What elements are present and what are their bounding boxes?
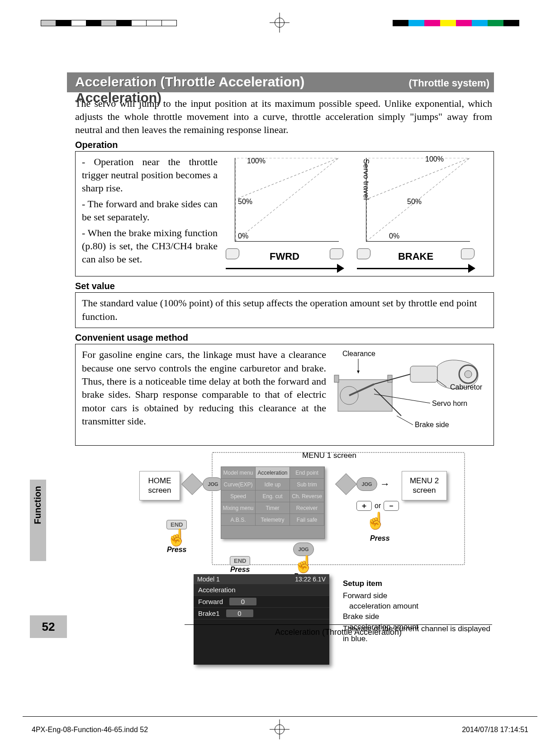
svg-rect-4 (334, 375, 339, 382)
svg-rect-10 (410, 366, 437, 382)
tick-label: 100% (425, 155, 444, 163)
clearance-label: Clearance (342, 350, 375, 357)
press-label: Press (167, 546, 187, 553)
panel-title: Acceleration (198, 586, 236, 594)
panel-time: 13:22 (295, 576, 311, 583)
minus-button[interactable]: － (384, 501, 399, 511)
svg-line-18 (397, 416, 413, 425)
operation-bullet: - When the brake mixing function (p.80) … (82, 226, 218, 266)
section-title: Acceleration (Throttle Acceleration) Acc… (75, 74, 304, 90)
operation-bullet: - The forward and brake sides can be set… (82, 197, 218, 224)
operation-text: - Operation near the throttle trigger ne… (82, 155, 218, 271)
pointing-hand-icon: ☝ (294, 555, 314, 573)
trigger-icon (330, 248, 343, 259)
tick-label: 100% (247, 157, 266, 165)
or-label: or (375, 502, 381, 510)
setup-line: Brake side (343, 612, 418, 622)
section-subtitle: (Throttle system) (409, 77, 489, 89)
plus-minus-group: ＋ or － (356, 501, 399, 511)
convenient-heading: Convenient usage method (75, 333, 494, 343)
footer-rule (23, 716, 537, 717)
end-press-left: END ☝ Press (166, 520, 187, 554)
fwrd-graph: 0% 50% 100% FWRD (226, 158, 343, 271)
page-number-tab: 52 (30, 615, 67, 638)
setup-line: acceleration amount (349, 601, 418, 612)
arrow-right-icon (226, 265, 343, 271)
menu2-screen-box: MENU 2 screen (402, 471, 447, 500)
home-screen-box: HOME screen (139, 471, 180, 500)
dpad-icon (181, 473, 203, 495)
svg-point-12 (465, 371, 472, 378)
panel-row-value: 0 (226, 609, 253, 617)
svg-text:Servo horn: Servo horn (432, 400, 467, 407)
pointing-hand-icon: ☝ (365, 511, 386, 530)
function-side-tab: Function (30, 480, 46, 561)
jog-button[interactable]: JOG (356, 477, 377, 491)
tick-label: 50% (238, 198, 252, 206)
fwrd-label: FWRD (243, 251, 326, 262)
arrow-right-icon (357, 265, 475, 271)
setvalue-box: The standard value (100% point) of this … (75, 292, 494, 328)
jog-right: JOG → (338, 476, 390, 492)
panel-row-label: Brake1 (198, 609, 220, 617)
print-timestamp: 2014/07/18 17:14:51 (462, 726, 528, 734)
operation-box: - Operation near the throttle trigger ne… (75, 151, 494, 276)
tick-label: 0% (238, 232, 248, 240)
print-file: 4PX-Eng-08-Function-46-65.indd 52 (32, 726, 148, 734)
function-side-label: Function (33, 486, 43, 524)
svg-text:Brake side: Brake side (415, 421, 449, 428)
jog-button[interactable]: JOG (293, 543, 314, 556)
tick-label: 0% (389, 232, 399, 240)
tick-label: 50% (407, 198, 422, 206)
pointing-hand-icon: ☝ (166, 528, 187, 547)
navigation-diagram: MENU 1 screen HOME screen MENU 2 screen … (112, 452, 494, 647)
section-title-bar: Acceleration (Throttle Acceleration) Acc… (67, 72, 494, 92)
operation-graphs: Servo travel 0% 50% 100% FWRD (226, 155, 487, 271)
registration-mark-icon (273, 16, 286, 29)
end-button[interactable]: END (230, 556, 250, 566)
plus-button[interactable]: ＋ (356, 501, 372, 511)
page-number: 52 (42, 620, 55, 634)
footer-caption: Acceleration (Throttle Acceleration) (185, 624, 492, 637)
setup-heading: Setup item (343, 579, 418, 589)
svg-rect-5 (388, 375, 392, 382)
end-press-mid: END Press (230, 556, 250, 574)
press-label: Press (370, 534, 390, 543)
trigger-icon (226, 248, 239, 259)
setvalue-heading: Set value (75, 281, 494, 291)
panel-model: Model 1 (197, 576, 220, 583)
trigger-icon (357, 248, 370, 259)
operation-bullet: - Operation near the throttle trigger ne… (82, 155, 218, 195)
brake-graph: 0% 50% 100% BRAKE (357, 158, 475, 271)
panel-volt: 6.1V (313, 576, 326, 583)
registration-top (0, 14, 560, 32)
dpad-icon (335, 473, 357, 495)
svg-text:Caburetor: Caburetor (450, 383, 483, 391)
panel-row-value: 0 (229, 598, 256, 605)
acceleration-panel: Model 1 13:22 6.1V Acceleration Forward0… (194, 574, 329, 665)
trigger-icon (461, 248, 475, 259)
carburetor-diagram: Clearance Caburetor (333, 348, 487, 441)
brake-label: BRAKE (374, 251, 457, 262)
panel-row-label: Forward (198, 598, 223, 605)
convenient-text: For gasoline engine cars, the linkage mu… (82, 348, 326, 441)
setvalue-text: The standard value (100% point) of this … (82, 297, 477, 322)
press-label: Press (230, 566, 250, 573)
operation-heading: Operation (75, 140, 494, 150)
setup-line: Forward side (343, 591, 418, 601)
print-footer: 4PX-Eng-08-Function-46-65.indd 52 2014/0… (32, 726, 528, 734)
hand-press: ☝ (365, 513, 386, 529)
menu1-screen: Model menuAccelerationEnd point Curve(EX… (221, 466, 325, 539)
convenient-box: For gasoline engine cars, the linkage mu… (75, 344, 494, 446)
page-content: Acceleration (Throttle Acceleration) Acc… (67, 72, 494, 647)
